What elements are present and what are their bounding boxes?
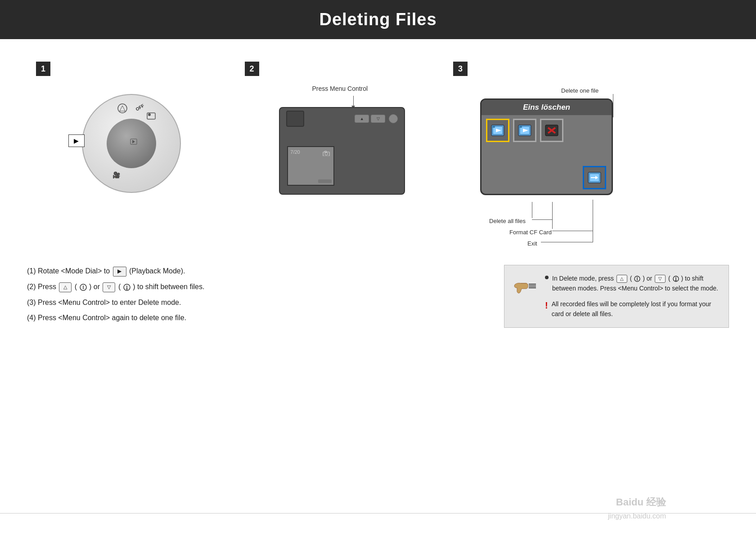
svg-marker-2	[120, 106, 125, 111]
step-1-section: 1 ▶ OFF	[27, 57, 236, 233]
annotation-line-2	[532, 202, 532, 218]
menu-icon-exit	[583, 166, 606, 189]
notice-down-btn: ▽	[655, 275, 666, 283]
notice-text-1: In Delete mode, press △ ( ) or ▽ ( ) to …	[552, 273, 720, 294]
menu-icon-1	[486, 119, 509, 142]
instruction-1: (1) Rotate <Mode Dial> to ▶ (Playback Mo…	[27, 265, 486, 278]
press-menu-label: Press Menu Control	[312, 85, 368, 92]
svg-point-38	[675, 280, 676, 281]
dial-symbol-up	[79, 283, 87, 291]
notice-dial-down	[672, 275, 680, 282]
svg-marker-7	[132, 140, 135, 143]
steps-row: 1 ▶ OFF	[27, 57, 729, 233]
menu-icon-2	[513, 119, 536, 142]
svg-point-9	[325, 152, 328, 155]
instruction-2: (2) Press △ ( ) or ▽ ( ) to shift betwee…	[27, 281, 486, 294]
exit-label: Exit	[527, 240, 537, 247]
delete-all-label: Delete all files	[489, 218, 526, 224]
svg-rect-18	[519, 126, 522, 128]
mode-dial-container: ▶ OFF 🎥	[36, 85, 227, 202]
dial-symbol-down	[123, 283, 131, 291]
warning-icon: !	[545, 298, 548, 313]
camera-menu-screen: Eins löschen	[480, 98, 613, 195]
bottom-row: (1) Rotate <Mode Dial> to ▶ (Playback Mo…	[0, 256, 756, 337]
menu-icon-3	[540, 119, 563, 142]
step-1-number: 1	[36, 62, 50, 76]
annotation-line-6	[552, 231, 593, 231]
annotation-line-7	[532, 219, 552, 220]
format-cf-label: Format CF Card	[509, 229, 552, 236]
svg-point-30	[126, 288, 127, 290]
svg-text:🎥: 🎥	[112, 171, 121, 179]
annotation-line-3	[552, 202, 553, 229]
svg-point-4	[148, 113, 151, 116]
notice-dial-up	[634, 275, 641, 282]
page-title: Deleting Files	[0, 0, 756, 39]
camera-container: Press Menu Control ▲ ▽	[245, 85, 436, 202]
svg-rect-14	[492, 126, 495, 128]
instruction-4: (4) Press <Menu Control> again to delete…	[27, 312, 486, 325]
playback-icon-1: ▶	[113, 267, 126, 277]
down-btn-1: ▽	[103, 282, 115, 292]
camera-screen: 7/20	[287, 146, 334, 186]
content-area: 1 ▶ OFF	[0, 57, 756, 233]
step-2-section: 2 Press Menu Control ▲	[236, 57, 445, 233]
step-3-section: 3 Delete one file Eins löschen	[444, 57, 729, 233]
annotation-line-5	[541, 242, 593, 242]
step-2-number: 2	[245, 62, 259, 76]
dial-svg: OFF 🎥	[82, 94, 181, 193]
notice-up-btn: △	[616, 275, 627, 283]
notice-box: In Delete mode, press △ ( ) or ▽ ( ) to …	[504, 265, 729, 328]
watermark-1: Baidu 经验	[616, 496, 666, 509]
notice-content: In Delete mode, press △ ( ) or ▽ ( ) to …	[545, 273, 720, 319]
warning-text: All recorded files will be completely lo…	[552, 299, 720, 319]
camera-body: ▲ ▽ 7/20	[279, 107, 405, 195]
annotation-line-4	[593, 200, 593, 242]
instruction-3: (3) Press <Menu Control> to enter Delete…	[27, 296, 486, 309]
up-btn-1: △	[59, 282, 72, 292]
notice-hand-icon	[513, 273, 540, 299]
svg-text:OFF: OFF	[135, 103, 145, 112]
instructions-section: (1) Rotate <Mode Dial> to ▶ (Playback Mo…	[27, 265, 486, 328]
watermark-2: jingyan.baidu.com	[608, 512, 666, 520]
menu-title: Eins löschen	[482, 100, 612, 115]
bullet-dot-1	[545, 276, 549, 279]
mode-dial: ▶ OFF 🎥	[82, 94, 181, 193]
annotation-line-1	[613, 94, 613, 117]
title-text: Deleting Files	[319, 10, 436, 29]
camera-icon-small	[323, 151, 330, 156]
delete-one-label: Delete one file	[561, 87, 598, 94]
step-3-number: 3	[453, 62, 468, 76]
